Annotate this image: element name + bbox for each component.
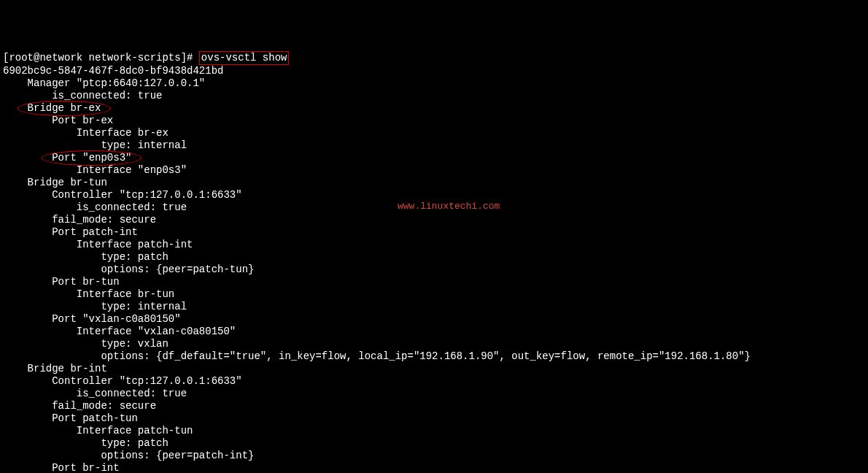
output-manager-connected: is_connected: true <box>3 90 162 101</box>
bridge-brex-highlight: Bridge br-ex <box>28 102 101 115</box>
output-iface-vxlan: Interface "vxlan-c0a80150" <box>3 326 236 337</box>
output-fail-brint: fail_mode: secure <box>3 400 156 412</box>
prompt-line-1: [root@network network-scripts]# ovs-vsct… <box>3 52 289 64</box>
output-port-patchtun: Port patch-tun <box>3 412 138 424</box>
output-fail-brtun: fail_mode: secure <box>3 214 156 226</box>
output-iface-brtun: Interface br-tun <box>3 288 174 300</box>
output-bridge-brint: Bridge br-int <box>3 363 107 374</box>
output-type-patch-1: type: patch <box>3 251 168 263</box>
output-opts-patchtun: options: {peer=patch-tun} <box>3 264 254 275</box>
output-port-brint: Port br-int <box>3 462 120 473</box>
indent <box>3 152 52 164</box>
terminal[interactable]: [root@network network-scripts]# ovs-vsct… <box>3 51 865 473</box>
output-iface-patchint: Interface patch-int <box>3 239 193 250</box>
output-ctrl-brtun-conn: is_connected: true <box>3 201 187 213</box>
output-port-brex: Port br-ex <box>3 115 113 126</box>
output-uuid: 6902bc9c-5847-467f-8dc0-bf9438d421bd <box>3 65 223 77</box>
indent <box>3 102 28 114</box>
output-opts-patchint: options: {peer=patch-int} <box>3 450 254 461</box>
output-port-enp-line: Port "enp0s3" <box>3 152 131 164</box>
output-ctrl-brint: Controller "tcp:127.0.0.1:6633" <box>3 375 242 387</box>
output-manager: Manager "ptcp:6640:127.0.0.1" <box>3 77 205 89</box>
watermark-text: www.linuxtechi.com <box>398 200 500 212</box>
prompt-text: [root@network network-scripts]# <box>3 52 199 64</box>
output-type-internal-1: type: internal <box>3 139 187 151</box>
output-ctrl-brtun: Controller "tcp:127.0.0.1:6633" <box>3 189 242 201</box>
output-iface-patchtun: Interface patch-tun <box>3 425 193 437</box>
output-type-patch-2: type: patch <box>3 437 168 449</box>
output-port-brtun: Port br-tun <box>3 276 120 288</box>
output-iface-enp: Interface "enp0s3" <box>3 164 187 176</box>
command-highlight: ovs-vsctl show <box>199 51 290 65</box>
output-ctrl-brint-conn: is_connected: true <box>3 388 187 399</box>
output-opts-vxlan: options: {df_default="true", in_key=flow… <box>3 350 751 362</box>
port-enp0s3-highlight: Port "enp0s3" <box>52 152 131 164</box>
output-port-patchint: Port patch-int <box>3 226 138 238</box>
output-bridge-brex-line: Bridge br-ex <box>3 102 101 114</box>
output-type-vxlan: type: vxlan <box>3 338 168 350</box>
output-port-vxlan: Port "vxlan-c0a80150" <box>3 313 181 325</box>
output-bridge-brtun: Bridge br-tun <box>3 177 107 188</box>
output-type-internal-2: type: internal <box>3 301 187 312</box>
output-iface-brex: Interface br-ex <box>3 127 168 139</box>
